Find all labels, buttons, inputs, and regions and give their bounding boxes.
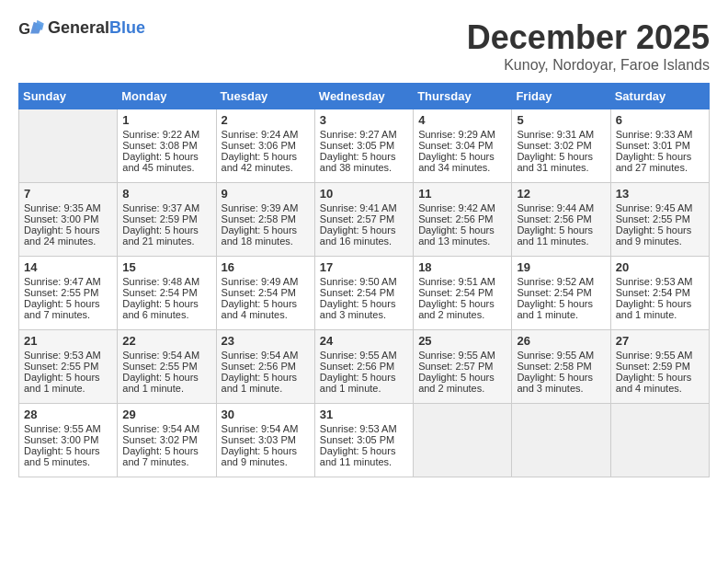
- cell-info-line: Sunrise: 9:54 AM: [122, 423, 210, 434]
- header-sunday: Sunday: [19, 84, 118, 109]
- day-number: 7: [24, 187, 112, 201]
- cell-info-line: Sunrise: 9:45 AM: [616, 202, 704, 213]
- day-number: 18: [418, 260, 506, 274]
- calendar-cell: 1Sunrise: 9:22 AMSunset: 3:08 PMDaylight…: [118, 109, 216, 183]
- day-number: 19: [517, 260, 605, 274]
- cell-info-line: Sunset: 3:00 PM: [24, 434, 112, 445]
- cell-info-line: Daylight: 5 hours: [24, 372, 112, 383]
- cell-info-line: Sunset: 3:02 PM: [517, 140, 605, 151]
- cell-info-line: and 13 minutes.: [418, 236, 506, 247]
- calendar-cell: 30Sunrise: 9:54 AMSunset: 3:03 PMDayligh…: [216, 404, 314, 477]
- cell-info-line: Sunset: 3:02 PM: [122, 434, 210, 445]
- cell-info-line: and 27 minutes.: [616, 162, 704, 173]
- location-subtitle: Kunoy, Nordoyar, Faroe Islands: [467, 57, 710, 74]
- calendar-cell: 18Sunrise: 9:51 AMSunset: 2:54 PMDayligh…: [414, 257, 512, 330]
- svg-marker-2: [36, 20, 44, 30]
- day-number: 30: [222, 408, 310, 421]
- cell-info-line: Daylight: 5 hours: [122, 224, 210, 236]
- cell-info-line: and 24 minutes.: [24, 236, 112, 247]
- cell-info-line: and 1 minute.: [122, 383, 210, 394]
- cell-info-line: Sunset: 2:54 PM: [418, 287, 506, 298]
- cell-info-line: and 6 minutes.: [122, 309, 210, 320]
- cell-info-line: and 5 minutes.: [24, 456, 112, 467]
- calendar-cell: 21Sunrise: 9:53 AMSunset: 2:55 PMDayligh…: [19, 330, 118, 404]
- cell-info-line: Sunset: 2:55 PM: [24, 287, 112, 298]
- cell-info-line: and 1 minute.: [222, 383, 310, 394]
- logo-general-text: General: [48, 18, 109, 37]
- cell-info-line: Sunset: 2:54 PM: [517, 287, 605, 298]
- day-number: 10: [320, 187, 408, 201]
- cell-info-line: Daylight: 5 hours: [418, 224, 506, 236]
- cell-info-line: Daylight: 5 hours: [320, 151, 408, 162]
- cell-info-line: Sunrise: 9:53 AM: [320, 423, 408, 434]
- cell-info-line: Sunset: 2:55 PM: [24, 361, 112, 372]
- cell-info-line: Sunrise: 9:54 AM: [222, 423, 310, 434]
- calendar-cell: 12Sunrise: 9:44 AMSunset: 2:56 PMDayligh…: [512, 183, 610, 257]
- cell-info-line: Sunrise: 9:22 AM: [122, 129, 210, 140]
- cell-info-line: Daylight: 5 hours: [222, 151, 310, 162]
- calendar-week-row: 28Sunrise: 9:55 AMSunset: 3:00 PMDayligh…: [19, 404, 710, 477]
- cell-info-line: Daylight: 5 hours: [122, 298, 210, 309]
- header-friday: Friday: [512, 84, 610, 109]
- cell-info-line: Sunset: 3:06 PM: [222, 140, 310, 151]
- cell-info-line: Sunset: 2:56 PM: [418, 213, 506, 224]
- cell-info-line: Daylight: 5 hours: [24, 224, 112, 236]
- cell-info-line: Sunset: 2:56 PM: [320, 361, 408, 372]
- day-number: 28: [24, 408, 112, 421]
- cell-info-line: Sunset: 3:01 PM: [616, 140, 704, 151]
- cell-info-line: Sunrise: 9:35 AM: [24, 202, 112, 213]
- cell-info-line: Daylight: 5 hours: [24, 298, 112, 309]
- cell-info-line: Sunrise: 9:55 AM: [320, 350, 408, 361]
- calendar-cell: 9Sunrise: 9:39 AMSunset: 2:58 PMDaylight…: [216, 183, 314, 257]
- cell-info-line: and 4 minutes.: [222, 309, 310, 320]
- day-number: 11: [418, 187, 506, 201]
- cell-info-line: Sunset: 2:54 PM: [320, 287, 408, 298]
- calendar-cell: 20Sunrise: 9:53 AMSunset: 2:54 PMDayligh…: [610, 257, 709, 330]
- day-number: 6: [616, 113, 704, 127]
- cell-info-line: Sunset: 2:58 PM: [222, 213, 310, 224]
- cell-info-line: Daylight: 5 hours: [418, 151, 506, 162]
- calendar-cell: 28Sunrise: 9:55 AMSunset: 3:00 PMDayligh…: [19, 404, 118, 477]
- calendar-table: SundayMondayTuesdayWednesdayThursdayFrid…: [18, 83, 710, 477]
- cell-info-line: Sunrise: 9:42 AM: [418, 202, 506, 213]
- cell-info-line: Sunset: 2:56 PM: [517, 213, 605, 224]
- calendar-cell: 19Sunrise: 9:52 AMSunset: 2:54 PMDayligh…: [512, 257, 610, 330]
- day-number: 8: [122, 187, 210, 201]
- cell-info-line: Daylight: 5 hours: [616, 151, 704, 162]
- cell-info-line: Sunset: 3:05 PM: [320, 140, 408, 151]
- cell-info-line: and 31 minutes.: [517, 162, 605, 173]
- cell-info-line: Sunrise: 9:55 AM: [24, 423, 112, 434]
- cell-info-line: and 9 minutes.: [222, 456, 310, 467]
- cell-info-line: Daylight: 5 hours: [222, 372, 310, 383]
- cell-info-line: Sunrise: 9:41 AM: [320, 202, 408, 213]
- cell-info-line: Sunrise: 9:50 AM: [320, 276, 408, 287]
- day-number: 3: [320, 113, 408, 127]
- cell-info-line: and 18 minutes.: [222, 236, 310, 247]
- cell-info-line: Sunrise: 9:49 AM: [222, 276, 310, 287]
- cell-info-line: Daylight: 5 hours: [616, 224, 704, 236]
- cell-info-line: Sunset: 2:57 PM: [418, 361, 506, 372]
- day-number: 17: [320, 260, 408, 274]
- day-number: 24: [320, 334, 408, 348]
- header-wednesday: Wednesday: [314, 84, 413, 109]
- header-thursday: Thursday: [414, 84, 512, 109]
- calendar-cell: 31Sunrise: 9:53 AMSunset: 3:05 PMDayligh…: [314, 404, 413, 477]
- day-number: 15: [122, 260, 210, 274]
- cell-info-line: Sunset: 2:56 PM: [222, 361, 310, 372]
- day-number: 13: [616, 187, 704, 201]
- cell-info-line: Sunset: 3:08 PM: [122, 140, 210, 151]
- calendar-cell: 17Sunrise: 9:50 AMSunset: 2:54 PMDayligh…: [314, 257, 413, 330]
- calendar-cell: 4Sunrise: 9:29 AMSunset: 3:04 PMDaylight…: [414, 109, 512, 183]
- cell-info-line: and 45 minutes.: [122, 162, 210, 173]
- day-number: 2: [222, 113, 310, 127]
- cell-info-line: Sunrise: 9:44 AM: [517, 202, 605, 213]
- calendar-cell: 13Sunrise: 9:45 AMSunset: 2:55 PMDayligh…: [610, 183, 709, 257]
- day-number: 22: [122, 334, 210, 348]
- cell-info-line: Sunrise: 9:29 AM: [418, 129, 506, 140]
- cell-info-line: Daylight: 5 hours: [418, 372, 506, 383]
- calendar-cell: [512, 404, 610, 477]
- calendar-cell: 6Sunrise: 9:33 AMSunset: 3:01 PMDaylight…: [610, 109, 709, 183]
- cell-info-line: Daylight: 5 hours: [517, 151, 605, 162]
- day-number: 25: [418, 334, 506, 348]
- cell-info-line: and 21 minutes.: [122, 236, 210, 247]
